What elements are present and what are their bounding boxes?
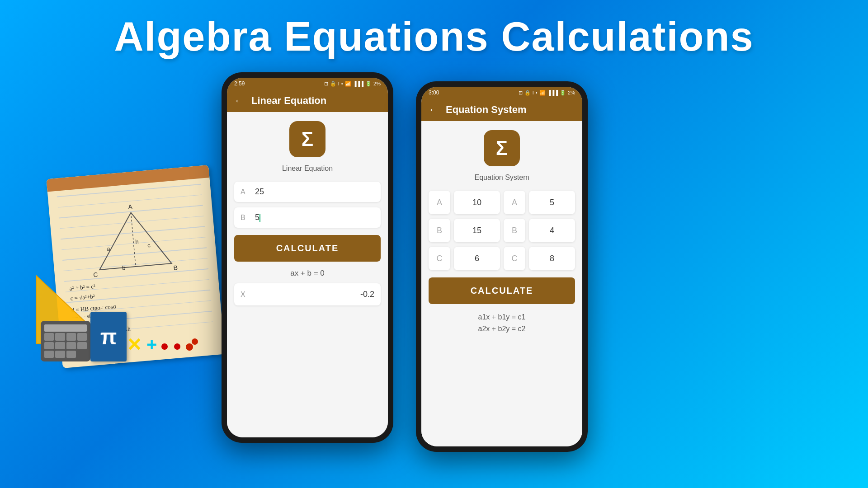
phone2-equation-grid: A 10 A 5 B 15 B 4 C 6 bbox=[429, 191, 575, 270]
phone2-eq-value-a1[interactable]: 10 bbox=[454, 191, 500, 214]
phone2-calculate-button[interactable]: CALCULATE bbox=[429, 277, 575, 304]
phone2-back-button[interactable]: ← bbox=[429, 104, 439, 116]
phone2-screen: 3:00 ⊡ 🔒 f • 📶 ▐▐▐ 🔋 2% ← Equation Syste… bbox=[421, 87, 582, 446]
phone2-formula-line1: a1x + b1y = c1 bbox=[478, 311, 526, 323]
phone2-eq-value-b1[interactable]: 15 bbox=[454, 219, 500, 242]
phone1-input-b[interactable]: B 5 bbox=[234, 207, 381, 228]
phone2-eq-label-c2: C bbox=[504, 247, 525, 270]
svg-text:B: B bbox=[173, 264, 178, 272]
phone1-value-b: 5 bbox=[255, 213, 374, 222]
phone1-screen: 2:59 ⊡ 🔒 f • 📶 ▐▐▐ 🔋 2% ← Linear Equatio… bbox=[227, 78, 388, 437]
page-title: Algebra Equations Calculations bbox=[0, 0, 868, 60]
phone-linear-equation: 2:59 ⊡ 🔒 f • 📶 ▐▐▐ 🔋 2% ← Linear Equatio… bbox=[222, 72, 393, 443]
svg-text:c: c bbox=[147, 242, 151, 249]
phone2-eq-value-a2[interactable]: 5 bbox=[529, 191, 575, 214]
svg-point-21 bbox=[186, 343, 193, 351]
phone2-eq-row-3: C 6 C 8 bbox=[429, 247, 575, 270]
phone1-header-title: Linear Equation bbox=[251, 95, 326, 107]
phone2-eq-label-c1: C bbox=[429, 247, 450, 270]
phone2-formula-line2: a2x + b2y = c2 bbox=[478, 323, 526, 335]
phone1-calculate-button[interactable]: CALCULATE bbox=[234, 235, 381, 262]
pi-book-icon: π bbox=[90, 312, 127, 361]
phone2-wifi-icon: 📶 bbox=[539, 90, 546, 96]
svg-text:a: a bbox=[107, 245, 111, 253]
phone2-battery-pct: 2% bbox=[568, 90, 575, 95]
phone2-eq-value-c2[interactable]: 8 bbox=[529, 247, 575, 270]
phone2-eq-label-b2: B bbox=[504, 219, 525, 242]
phone2-subtitle: Equation System bbox=[475, 174, 529, 182]
phone2-sigma-icon-container: Σ bbox=[484, 130, 520, 166]
phone1-result-value: -0.2 bbox=[360, 290, 374, 299]
phone2-fb-icon: f bbox=[533, 90, 534, 95]
phone1-battery-icon: 🔋 bbox=[365, 81, 372, 87]
phone1-formula: ax + b = 0 bbox=[290, 269, 325, 278]
math-symbols: ✕ + bbox=[127, 334, 198, 355]
phone2-eq-value-c1[interactable]: 6 bbox=[454, 247, 500, 270]
phone1-back-button[interactable]: ← bbox=[234, 95, 244, 107]
phone1-status-icons: ⊡ 🔒 f • 📶 ▐▐▐ 🔋 2% bbox=[324, 81, 381, 87]
phone2-header-title: Equation System bbox=[446, 104, 526, 116]
phone1-result-row: X -0.2 bbox=[234, 283, 381, 305]
phone2-eq-value-b2[interactable]: 4 bbox=[529, 219, 575, 242]
svg-text:b: b bbox=[122, 264, 126, 272]
math-illustration: C A B a b c h a² + b² = c² c = √a²+b² d … bbox=[27, 81, 231, 334]
phone2-time: 3:00 bbox=[429, 89, 439, 96]
phone2-eq-label-a1: A bbox=[429, 191, 450, 214]
phone1-status-bar: 2:59 ⊡ 🔒 f • 📶 ▐▐▐ 🔋 2% bbox=[227, 78, 388, 89]
phone1-content: Σ Linear Equation A 25 B 5 CALCULATE ax … bbox=[227, 112, 388, 437]
phone1-label-b: B bbox=[241, 214, 250, 222]
phone1-sigma-icon: Σ bbox=[302, 128, 313, 150]
phone1-header: ← Linear Equation bbox=[227, 89, 388, 112]
phone1-label-a: A bbox=[241, 188, 250, 196]
phone2-header: ← Equation System bbox=[421, 99, 582, 121]
phone2-formula: a1x + b1y = c1 a2x + b2y = c2 bbox=[478, 311, 526, 334]
phone1-time: 2:59 bbox=[234, 80, 245, 87]
phones-container: 2:59 ⊡ 🔒 f • 📶 ▐▐▐ 🔋 2% ← Linear Equatio… bbox=[222, 72, 588, 452]
phone2-status-icons: ⊡ 🔒 f • 📶 ▐▐▐ 🔋 2% bbox=[519, 90, 575, 96]
phone1-sim-icon: ⊡ bbox=[324, 81, 328, 87]
phone1-dot-icon: • bbox=[341, 81, 343, 86]
svg-marker-0 bbox=[95, 209, 172, 269]
phone1-result-label: X bbox=[241, 291, 245, 299]
phone2-dot-icon: • bbox=[536, 90, 538, 95]
phone1-value-a: 25 bbox=[255, 187, 374, 197]
phone2-eq-label-b1: B bbox=[429, 219, 450, 242]
phone1-battery-pct: 2% bbox=[373, 81, 381, 86]
phone1-cursor bbox=[259, 214, 260, 222]
phone1-fb-icon: f bbox=[338, 81, 340, 86]
phone2-sim-icon: ⊡ bbox=[519, 90, 523, 96]
phone1-wifi-icon: 📶 bbox=[345, 81, 351, 87]
phone2-eq-row-1: A 10 A 5 bbox=[429, 191, 575, 214]
phone2-eq-row-2: B 15 B 4 bbox=[429, 219, 575, 242]
phone2-content: Σ Equation System A 10 A 5 B 15 bbox=[421, 121, 582, 446]
svg-text:A: A bbox=[128, 203, 133, 211]
phone2-status-bar: 3:00 ⊡ 🔒 f • 📶 ▐▐▐ 🔋 2% bbox=[421, 87, 582, 99]
phone1-signal-icon: ▐▐▐ bbox=[353, 81, 363, 86]
phone1-lock-icon: 🔒 bbox=[330, 81, 336, 87]
phone2-lock-icon: 🔒 bbox=[524, 90, 531, 96]
calculator-icon bbox=[41, 321, 90, 361]
phone2-eq-label-a2: A bbox=[504, 191, 525, 214]
phone1-sigma-icon-container: Σ bbox=[289, 121, 326, 157]
phone2-sigma-icon: Σ bbox=[496, 137, 508, 160]
phone1-input-a[interactable]: A 25 bbox=[234, 182, 381, 202]
phone2-signal-icon: ▐▐▐ bbox=[547, 90, 558, 95]
svg-point-22 bbox=[192, 338, 198, 345]
svg-text:h: h bbox=[135, 238, 139, 245]
phone2-battery-icon: 🔋 bbox=[560, 90, 566, 96]
phone-equation-system: 3:00 ⊡ 🔒 f • 📶 ▐▐▐ 🔋 2% ← Equation Syste… bbox=[416, 81, 588, 452]
phone1-subtitle: Linear Equation bbox=[282, 164, 333, 173]
